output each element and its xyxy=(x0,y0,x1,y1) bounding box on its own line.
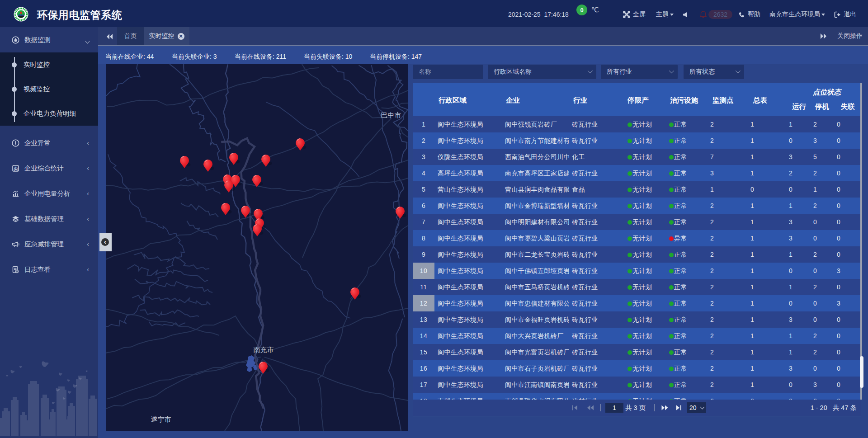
svg-text:南充市: 南充市 xyxy=(254,346,274,353)
svg-text:央: 央 xyxy=(13,166,19,171)
svg-text:遂宁市: 遂宁市 xyxy=(151,415,171,423)
svg-text:巴中市: 巴中市 xyxy=(381,111,401,119)
